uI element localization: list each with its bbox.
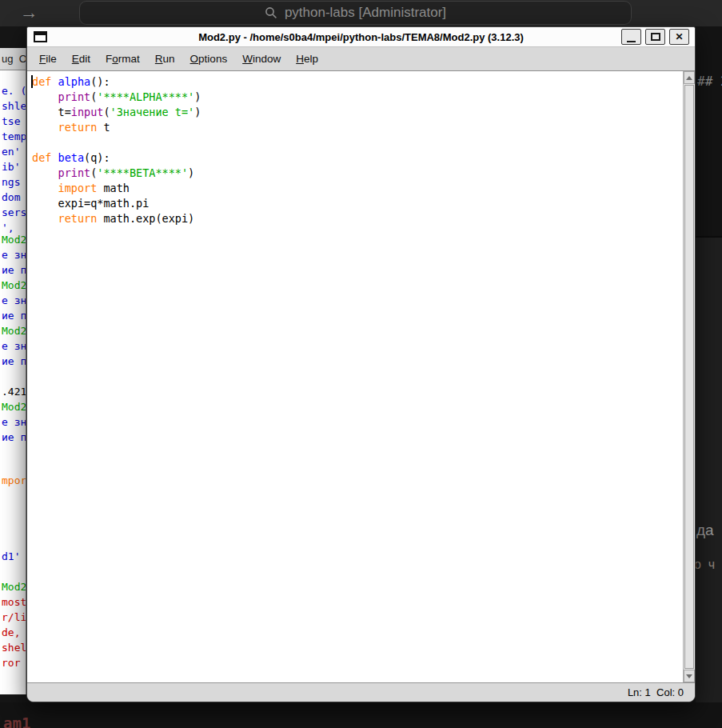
menu-options[interactable]: Options — [188, 51, 230, 66]
code-line: expi=q*math.pi — [32, 196, 683, 211]
background-text-fragment: Mod2 — [2, 278, 26, 293]
background-text-fragment: mpor — [2, 473, 26, 488]
background-text-fragment: en' — [2, 144, 20, 159]
forward-arrow-icon[interactable]: → — [13, 0, 45, 26]
background-text-fragment: е зн — [2, 338, 26, 354]
desktop-right-panel-lower — [696, 236, 722, 702]
desktop-text-fragment: да — [696, 522, 714, 539]
search-text: python-labs [Administrator] — [285, 5, 446, 21]
text-cursor — [31, 75, 33, 88]
code-editor[interactable]: def alpha(): print('****ALPHA****') t=in… — [27, 71, 683, 682]
menu-help[interactable]: Help — [293, 51, 321, 66]
background-text-fragment: Mod2 — [2, 232, 26, 247]
background-text-fragment: r/li — [2, 610, 26, 625]
background-shell-text: e. (shletsetempen'ib'ngsdomsers',Mod2е з… — [0, 70, 26, 694]
code-line — [32, 135, 683, 150]
background-text-fragment: tse — [2, 114, 20, 129]
background-text-fragment: d1' — [2, 549, 20, 564]
desktop-bottom-strip — [0, 702, 722, 728]
menu-window[interactable]: Window — [240, 51, 283, 66]
arrow-down-icon — [686, 674, 692, 678]
background-text-fragment: ие п — [2, 262, 26, 278]
title-bar[interactable]: Mod2.py - /home/s0ba4/mpei/python-labs/T… — [27, 27, 695, 47]
scrollbar-up-button[interactable] — [684, 71, 695, 84]
background-text-fragment: ие п — [2, 430, 26, 445]
background-text-fragment: .421 — [2, 384, 26, 399]
code-line: import math — [32, 181, 683, 196]
background-text-fragment: sers — [2, 205, 26, 220]
background-text-fragment: ие п — [2, 308, 26, 323]
background-text-fragment: most — [2, 594, 26, 610]
minimize-button[interactable] — [621, 29, 641, 45]
scrollbar-thumb[interactable] — [684, 85, 694, 669]
desktop-bottom-text-fragment: am1 — [3, 714, 30, 728]
menu-file[interactable]: File — [37, 51, 59, 66]
background-text-fragment: de, — [2, 625, 20, 640]
search-icon — [265, 6, 277, 19]
editor-content-row: def alpha(): print('****ALPHA****') t=in… — [27, 71, 695, 682]
arrow-up-icon — [686, 76, 692, 80]
background-text-fragment: е зн — [2, 414, 26, 430]
background-text-fragment: ib' — [2, 159, 20, 174]
code-line: def alpha(): — [32, 74, 683, 90]
background-text-fragment: ие п — [2, 354, 26, 369]
background-text-fragment: temp — [2, 129, 26, 144]
background-text-fragment: Mod2 — [2, 579, 26, 594]
close-button[interactable]: ✕ — [669, 29, 689, 45]
code-line: print('****ALPHA****') — [32, 90, 683, 105]
desktop-text-fragment: ## 2 — [697, 74, 722, 89]
desktop-right-panel-upper — [696, 26, 722, 236]
code-lines: def alpha(): print('****ALPHA****') t=in… — [32, 74, 683, 226]
window-title: Mod2.py - /home/s0ba4/mpei/python-labs/T… — [27, 31, 695, 43]
code-line: t=input('Значение t=') — [32, 105, 683, 120]
background-text-fragment: shel — [2, 640, 26, 655]
code-line: return t — [32, 120, 683, 135]
line-col-indicator: Ln: 1 Col: 0 — [628, 686, 684, 698]
status-bar: Ln: 1 Col: 0 — [27, 682, 695, 702]
maximize-button[interactable] — [645, 29, 665, 45]
idle-editor-window: Mod2.py - /home/s0ba4/mpei/python-labs/T… — [26, 26, 696, 702]
desktop-text-fragment: о ч — [694, 558, 715, 572]
menu-bar: FileEditFormatRunOptionsWindowHelp — [27, 47, 695, 71]
background-text-fragment: е зн — [2, 293, 26, 308]
code-line: return math.exp(expi) — [32, 211, 683, 226]
background-text-fragment: Mod2 — [2, 399, 26, 414]
background-shell-window[interactable]: ug O e. (shletsetempen'ib'ngsdomsers',Mo… — [0, 48, 26, 694]
scrollbar-down-button[interactable] — [684, 670, 695, 682]
menu-edit[interactable]: Edit — [70, 51, 93, 66]
background-text-fragment: e. ( — [2, 83, 26, 98]
background-text-fragment: е зн — [2, 247, 26, 262]
desktop-top-bar: → python-labs [Administrator] — [0, 0, 722, 26]
code-line: print('****BETA****') — [32, 166, 683, 181]
background-text-fragment: Mod2 — [2, 323, 26, 338]
background-text-fragment: ror — [2, 655, 20, 670]
background-text-fragment: shle — [2, 98, 26, 114]
minimize-icon — [627, 41, 636, 42]
background-text-fragment: dom — [2, 190, 20, 205]
menu-format[interactable]: Format — [103, 51, 142, 66]
search-bar[interactable]: python-labs [Administrator] — [79, 1, 632, 25]
vertical-scrollbar[interactable] — [683, 71, 695, 682]
maximize-icon — [651, 33, 660, 41]
code-line: def beta(q): — [32, 150, 683, 166]
background-text-fragment: ngs — [2, 174, 20, 190]
close-icon: ✕ — [675, 31, 683, 42]
menu-run[interactable]: Run — [153, 51, 178, 66]
window-controls: ✕ — [621, 29, 689, 45]
background-menu-bar-fragment: ug O — [0, 48, 26, 70]
